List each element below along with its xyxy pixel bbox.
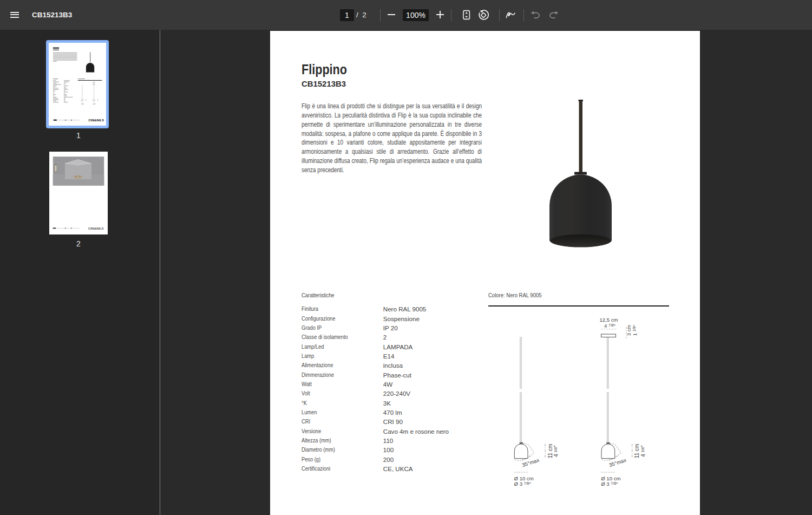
svg-text:12,5 cm: 12,5 cm [599, 317, 618, 323]
svg-text:Ø 10 cm: Ø 10 cm [514, 475, 534, 481]
svg-text:Ø 3 7/8": Ø 3 7/8" [514, 481, 531, 487]
svg-text:4 3/8": 4 3/8" [553, 445, 559, 457]
svg-text:1 1/8": 1 1/8" [632, 325, 638, 336]
svg-text:4 7/8": 4 7/8" [604, 323, 615, 329]
svg-text:CINI&NILS: CINI&NILS [88, 227, 104, 230]
svg-text:CINI&NILS: CINI&NILS [88, 119, 104, 122]
svg-text:11 cm: 11 cm [547, 444, 553, 459]
svg-text:3 cm: 3 cm [626, 325, 632, 336]
